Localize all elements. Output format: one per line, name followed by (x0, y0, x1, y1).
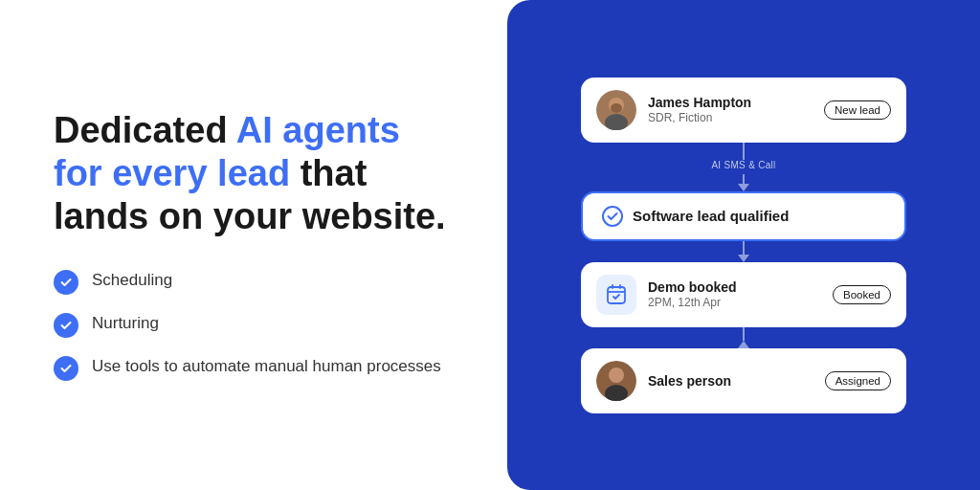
flow-container: James Hampton SDR, Fiction New lead AI S… (581, 78, 906, 413)
qualified-card: Software lead qualified (581, 191, 906, 241)
check-icon (54, 270, 78, 295)
assigned-badge: Assigned (825, 371, 891, 390)
qualified-text: Software lead qualified (633, 208, 789, 224)
james-hampton-card: James Hampton SDR, Fiction New lead (581, 78, 906, 143)
card-info: Sales person (648, 373, 813, 389)
connector-3 (738, 327, 749, 348)
new-lead-badge: New lead (824, 100, 891, 120)
svg-point-8 (609, 368, 624, 383)
connector-line (743, 143, 745, 160)
card-name: Demo booked (648, 279, 821, 295)
check-icon (54, 356, 78, 381)
connector-line (743, 174, 745, 184)
sales-person-card: Sales person Assigned (581, 348, 906, 413)
feature-nurturing: Nurturing (92, 312, 159, 335)
main-headline: Dedicated AI agentsfor every lead thatla… (54, 109, 446, 237)
connector-label: AI SMS & Call (711, 160, 775, 170)
feature-scheduling: Scheduling (92, 269, 172, 292)
card-info: Demo booked 2PM, 12th Apr (648, 279, 821, 309)
connector-1: AI SMS & Call (711, 143, 775, 191)
qualified-check-icon (602, 206, 623, 227)
demo-booked-card: Demo booked 2PM, 12th Apr Booked (581, 262, 906, 327)
connector-arrow-down (738, 255, 749, 262)
connector-line (743, 241, 745, 255)
connector-2 (738, 241, 749, 262)
avatar (596, 361, 636, 401)
connector-line (743, 327, 745, 341)
card-name: James Hampton (648, 95, 813, 110)
list-item: Nurturing (54, 312, 446, 338)
headline-highlight: AI agentsfor every lead (54, 110, 400, 193)
left-panel: Dedicated AI agentsfor every lead thatla… (0, 0, 507, 490)
features-list: Scheduling Nurturing Use tools to automa… (54, 269, 446, 381)
card-sub: 2PM, 12th Apr (648, 296, 821, 309)
card-name: Sales person (648, 373, 813, 389)
demo-icon (596, 275, 636, 315)
connector-arrow-down (738, 184, 749, 191)
check-icon (54, 313, 78, 338)
svg-point-3 (611, 103, 622, 113)
list-item: Scheduling (54, 269, 446, 295)
feature-automate: Use tools to automate manual human proce… (92, 355, 441, 378)
card-info: James Hampton SDR, Fiction (648, 95, 813, 124)
connector-arrow-up (738, 341, 749, 348)
left-content: Dedicated AI agentsfor every lead thatla… (54, 109, 446, 380)
avatar (596, 90, 636, 130)
right-panel: James Hampton SDR, Fiction New lead AI S… (507, 0, 980, 490)
svg-rect-6 (608, 287, 625, 303)
booked-badge: Booked (833, 285, 891, 304)
list-item: Use tools to automate manual human proce… (54, 355, 446, 381)
card-sub: SDR, Fiction (648, 111, 813, 124)
svg-point-5 (603, 207, 622, 226)
